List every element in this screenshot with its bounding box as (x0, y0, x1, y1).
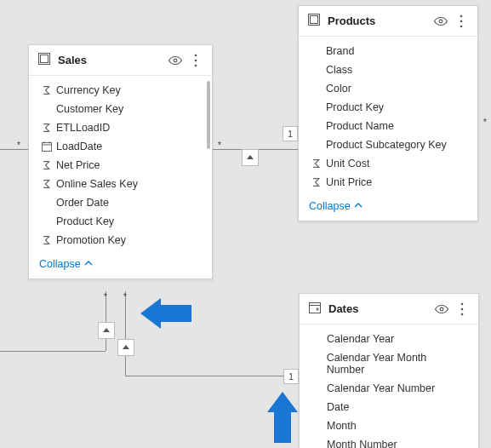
more-icon[interactable] (188, 53, 203, 68)
field-row[interactable]: Month Number (300, 435, 478, 448)
field-row[interactable]: Calendar Year (300, 330, 478, 348)
field-label: ETLLoadID (56, 122, 110, 134)
svg-rect-11 (311, 16, 318, 24)
line (125, 376, 299, 376)
cardinality-many: * (12, 138, 26, 152)
svg-point-5 (195, 64, 197, 66)
field-label: Product Key (326, 101, 384, 113)
field-row[interactable]: Date (300, 398, 478, 416)
visibility-icon[interactable] (168, 53, 183, 68)
field-label: LoadDate (56, 141, 102, 152)
field-row[interactable]: Unit Price (299, 173, 477, 192)
svg-point-14 (460, 20, 463, 22)
visibility-icon[interactable] (434, 302, 449, 317)
table-header: Dates (300, 294, 478, 325)
table-sales[interactable]: Sales Currency KeyCustomer KeyETLLoadIDL… (28, 44, 213, 279)
collapse-link[interactable]: Collapse (299, 195, 477, 221)
date-icon (37, 141, 56, 152)
field-row[interactable]: ETLLoadID (29, 118, 212, 137)
field-row[interactable]: Class (299, 60, 477, 79)
field-label: Currency Key (56, 84, 121, 96)
svg-point-15 (460, 25, 463, 27)
filter-direction-icon (242, 149, 259, 166)
field-label: Month Number (327, 439, 397, 448)
cardinality-many: * (99, 290, 112, 303)
annotation-arrow-icon (267, 392, 301, 443)
svg-rect-6 (43, 143, 52, 152)
sigma-icon (37, 178, 56, 190)
field-label: Calendar Year (327, 333, 394, 345)
field-label: Brand (326, 45, 354, 57)
field-label: Online Sales Key (56, 178, 138, 190)
collapse-label: Collapse (39, 258, 81, 270)
line (125, 291, 126, 376)
table-header: Products (299, 6, 477, 37)
field-row[interactable]: Product Key (29, 212, 212, 231)
sigma-icon (307, 176, 326, 188)
field-label: Class (326, 64, 352, 76)
svg-point-21 (461, 313, 464, 315)
field-row[interactable]: Unit Cost (299, 154, 477, 173)
table-products[interactable]: Products BrandClassColorProduct KeyProdu… (298, 5, 478, 221)
field-row[interactable]: Color (299, 79, 477, 98)
field-label: Color (326, 83, 351, 95)
table-header: Sales (29, 45, 212, 76)
sigma-icon (37, 84, 56, 96)
more-icon[interactable] (454, 14, 469, 29)
table-icon (37, 52, 51, 68)
filter-direction-icon (117, 339, 134, 356)
field-label: Unit Price (326, 176, 372, 188)
visibility-icon[interactable] (433, 14, 448, 29)
field-list: Currency KeyCustomer KeyETLLoadIDLoadDat… (29, 76, 212, 253)
table-icon (307, 13, 321, 29)
field-row[interactable]: Promotion Key (29, 231, 212, 250)
field-list: BrandClassColorProduct KeyProduct NamePr… (299, 37, 477, 195)
svg-rect-1 (41, 55, 49, 63)
chevron-up-icon (84, 258, 93, 270)
field-row[interactable]: Currency Key (29, 81, 212, 100)
table-dates[interactable]: Dates Calendar YearCalendar Year Month N… (299, 293, 479, 448)
svg-point-12 (439, 20, 442, 23)
svg-point-18 (440, 307, 443, 311)
field-label: Order Date (56, 197, 109, 209)
field-row[interactable]: Product Subcategory Key (299, 135, 477, 154)
sigma-icon (37, 234, 56, 246)
svg-marker-23 (267, 392, 298, 443)
chevron-up-icon (354, 200, 363, 212)
scrollbar[interactable] (207, 81, 210, 149)
field-row[interactable]: Calendar Year Number (300, 379, 478, 398)
date-table-icon (308, 301, 322, 317)
field-row[interactable]: Brand (299, 42, 477, 60)
field-label: Calendar Year Month Number (327, 352, 466, 376)
field-row[interactable]: Product Name (299, 117, 477, 135)
svg-point-19 (461, 302, 464, 305)
sigma-icon (37, 122, 56, 134)
field-list: Calendar YearCalendar Year Month NumberC… (300, 325, 478, 448)
cardinality-many: * (118, 290, 132, 303)
table-title: Products (328, 14, 428, 27)
svg-marker-22 (140, 298, 191, 329)
sigma-icon (37, 159, 56, 171)
field-label: Customer Key (56, 103, 123, 115)
field-label: Product Subcategory Key (326, 139, 447, 151)
field-label: Product Key (56, 215, 114, 227)
field-row[interactable]: Calendar Year Month Number (300, 348, 478, 379)
field-row[interactable]: Online Sales Key (29, 175, 212, 193)
svg-point-20 (461, 307, 464, 310)
annotation-arrow-icon (140, 298, 191, 332)
field-row[interactable]: LoadDate (29, 137, 212, 156)
field-label: Product Name (326, 120, 394, 132)
field-label: Net Price (56, 159, 100, 171)
sigma-icon (307, 158, 326, 169)
field-row[interactable]: Net Price (29, 156, 212, 175)
more-icon[interactable] (454, 302, 470, 317)
field-row[interactable]: Month (300, 416, 478, 435)
field-row[interactable]: Order Date (29, 193, 212, 212)
field-label: Calendar Year Number (327, 382, 435, 394)
field-row[interactable]: Product Key (299, 98, 477, 117)
collapse-link[interactable]: Collapse (29, 253, 212, 279)
line (0, 351, 106, 352)
field-row[interactable]: Customer Key (29, 100, 212, 118)
svg-point-2 (174, 59, 177, 62)
cardinality-one: 1 (283, 369, 299, 384)
